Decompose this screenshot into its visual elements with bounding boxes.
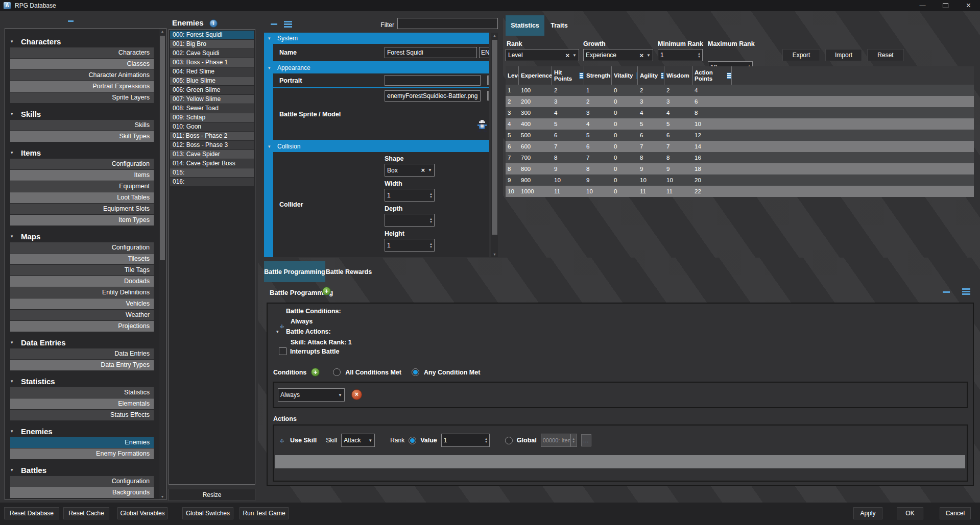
formula-icon[interactable] [579,72,584,79]
run-test-game-button[interactable]: Run Test Game [240,507,289,519]
interrupts-battle-checkbox[interactable] [279,347,286,355]
sidebar-item[interactable]: Items [10,170,154,181]
maximize-button[interactable] [934,0,957,11]
reset-button[interactable]: Reset [867,49,904,61]
sidebar-item[interactable]: Equipment Slots [10,204,154,214]
empty-action-slot[interactable] [275,455,965,468]
spin-down-icon[interactable]: ▼ [698,55,701,58]
global-variable-dropdown[interactable]: 00000: Item Ur [541,434,570,447]
formula-icon[interactable] [661,72,664,79]
table-row[interactable]: 10 1000 11 10 0 11 11 22 [506,186,974,197]
sidebar-item[interactable]: Weather [10,310,154,320]
scroll-up-icon[interactable]: ▲ [491,34,498,37]
spin-down-icon[interactable]: ▼ [429,195,433,198]
sidebar-item[interactable]: Statistics [10,387,154,398]
sidebar-item[interactable]: Portrait Expressions [10,81,154,92]
export-button[interactable]: Export [782,49,820,61]
width-stepper[interactable]: 1 ▲▼ [385,189,435,202]
clear-icon[interactable]: × [639,52,643,59]
tree-battle-conditions[interactable]: Battle Conditions: [286,308,341,315]
tree-battle-actions[interactable]: Battle Actions: [286,328,331,335]
sidebar-item[interactable]: Skill Types [10,131,154,142]
tree-skill-attack[interactable]: Skill: Attack Rank: 1 [291,339,352,346]
import-button[interactable]: Import [825,49,862,61]
add-condition-button[interactable]: + [311,368,320,377]
spin-down-icon[interactable]: ▼ [429,220,433,223]
delete-condition-button[interactable]: × [351,389,362,400]
sidebar-item[interactable]: Tile Tags [10,265,154,276]
add-battle-program-button[interactable]: + [322,287,331,295]
form-scrollbar[interactable]: ▲ ▼ [491,33,498,257]
sidebar-item[interactable]: Configuration [10,242,154,253]
sidebar-item[interactable]: Sprite Layers [10,92,154,103]
sidebar-item[interactable]: Vehicles [10,298,154,309]
table-row[interactable]: 1 100 2 1 0 2 2 4 [506,85,974,96]
growth-dropdown[interactable]: Experience × ▼ [583,49,653,61]
table-row[interactable]: 9 900 10 9 0 10 10 20 [506,174,974,186]
reset-cache-button[interactable]: Reset Cache [63,507,109,519]
all-conditions-radio[interactable] [333,368,341,376]
sidebar-item[interactable]: Characters [10,47,154,58]
table-row[interactable]: 5 500 6 5 0 6 6 12 [506,130,974,141]
enemy-list-item[interactable]: 004: Red Slime [170,67,254,76]
enemy-list-item[interactable]: 005: Blue Slime [170,77,254,85]
sidebar-item[interactable]: Item Types [10,215,154,226]
enemy-list-item[interactable]: 012: Boss - Phase 3 [170,141,254,149]
minimize-button[interactable]: — [911,0,934,11]
tab-traits[interactable]: Traits [544,15,574,36]
sidebar-group-header[interactable]: ▾ Skills [5,108,166,120]
sidebar-item[interactable]: Configuration [10,159,154,169]
filter-input[interactable] [397,18,498,29]
condition-dropdown[interactable]: Always ▼ [278,388,345,402]
rank-value-stepper[interactable]: 1 ▲▼ [441,434,490,447]
tree-condition-always[interactable]: Always [291,318,313,325]
formula-icon[interactable] [636,72,638,79]
close-button[interactable]: × [957,0,980,11]
global-switches-button[interactable]: Global Switches [182,507,233,519]
any-condition-radio[interactable] [412,368,419,376]
enemy-list-item[interactable]: 014: Cave Spider Boss [170,159,254,168]
rank-dropdown[interactable]: Level × ▼ [506,49,579,61]
formula-icon[interactable] [727,72,731,79]
sidebar-item[interactable]: Configuration [10,476,154,487]
column-header-level[interactable]: Level [506,66,519,85]
column-header-hit-points[interactable]: Hit Points [552,66,584,85]
tab-battle-rewards[interactable]: Battle Rewards [325,261,372,282]
enemy-list-item[interactable]: 010: Goon [170,122,254,131]
enemy-list-item[interactable]: 011: Boss - Phase 2 [170,132,254,140]
section-header-appearance[interactable]: ▾ Appearance [264,62,489,73]
resize-button[interactable]: Resize [169,489,255,501]
cancel-button[interactable]: Cancel [940,507,971,519]
tab-battle-programming[interactable]: Battle Programming [264,261,325,282]
height-stepper[interactable]: 1 ▲▼ [385,239,435,252]
sidebar-item[interactable]: Tilesets [10,254,154,264]
spin-down-icon[interactable]: ▼ [485,440,488,443]
enemy-list-item[interactable]: 002: Cave Squidi [170,49,254,58]
clear-icon[interactable]: × [421,166,425,174]
enemy-list-item[interactable]: 000: Forest Squidi [170,31,254,39]
sidebar-item[interactable]: Loot Tables [10,192,154,203]
enemy-list-item[interactable]: 008: Sewer Toad [170,104,254,113]
form-collapse-icon[interactable] [271,23,277,25]
sidebar-collapse-icon[interactable] [68,20,74,22]
form-scrollbar-thumb[interactable] [492,40,497,235]
column-header-wisdom[interactable]: Wisdom [664,66,692,85]
depth-stepper[interactable]: ▲▼ [385,214,435,227]
table-row[interactable]: 8 800 9 8 0 9 9 18 [506,163,974,174]
sidebar-item[interactable]: Projections [10,321,154,332]
shape-dropdown[interactable]: Box × ▼ [385,164,435,177]
apply-button[interactable]: Apply [853,507,882,519]
sidebar-group-header[interactable]: ▾ Data Entries [5,336,166,348]
scroll-down-icon[interactable]: ▼ [159,495,165,498]
column-header-action-points[interactable]: Action Points [692,66,732,85]
scroll-down-icon[interactable]: ▼ [491,253,498,256]
language-dropdown[interactable]: EN ▼ [479,47,489,58]
sidebar-item[interactable]: Elementals [10,398,154,409]
sidebar-scrollbar[interactable]: ▲ ▼ [159,29,165,499]
enemy-list-item[interactable]: 007: Yellow Slime [170,95,254,104]
sidebar-group-header[interactable]: ▾ Characters [5,35,166,47]
sidebar-group-header[interactable]: ▾ Statistics [5,375,166,387]
table-row[interactable]: 3 300 4 3 0 4 4 8 [506,107,974,118]
enemy-list-item[interactable]: 015: [170,168,254,177]
sidebar-item[interactable]: Character Animations [10,70,154,81]
